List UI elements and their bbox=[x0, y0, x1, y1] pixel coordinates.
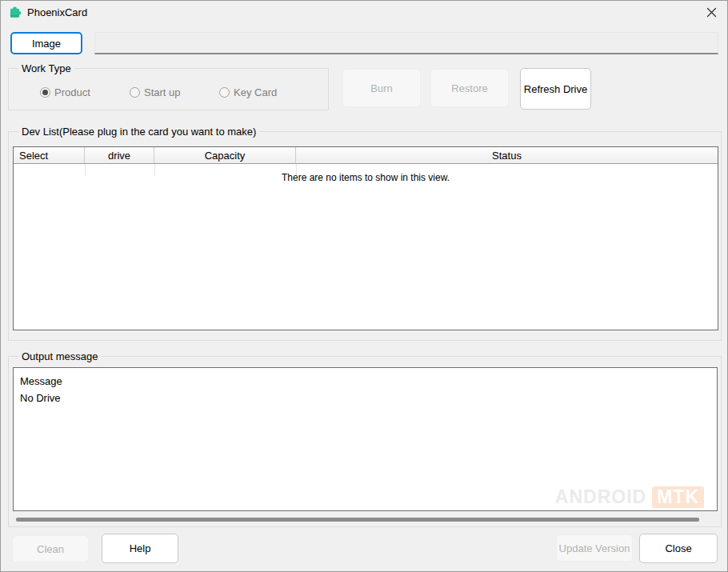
close-button[interactable]: Close bbox=[639, 534, 718, 563]
column-header-capacity[interactable]: Capacity bbox=[154, 147, 296, 163]
image-path-field[interactable] bbox=[94, 32, 718, 54]
output-message-box[interactable]: Message No Drive ANDROID MTK bbox=[13, 367, 718, 511]
radio-product-label: Product bbox=[54, 86, 90, 98]
restore-button[interactable]: Restore bbox=[430, 69, 509, 107]
column-header-select[interactable]: Select bbox=[14, 147, 85, 163]
clean-button[interactable]: Clean bbox=[12, 535, 89, 562]
watermark-android-text: ANDROID bbox=[555, 486, 646, 508]
refresh-drive-button[interactable]: Refresh Drive bbox=[520, 68, 591, 110]
work-type-group: Work Type Product Start up Key Card bbox=[8, 68, 329, 110]
titlebar: PhoenixCard bbox=[1, 1, 727, 23]
dev-list-header: Select drive Capacity Status bbox=[14, 147, 718, 164]
empty-list-message: There are no items to show in this view. bbox=[14, 172, 718, 183]
burn-button[interactable]: Burn bbox=[342, 69, 421, 107]
radio-selected-icon bbox=[40, 87, 50, 98]
androidmtk-watermark: ANDROID MTK bbox=[555, 486, 704, 508]
radio-product[interactable]: Product bbox=[40, 86, 90, 98]
radio-start-up[interactable]: Start up bbox=[130, 86, 181, 98]
radio-key-card-label: Key Card bbox=[234, 86, 277, 98]
help-button[interactable]: Help bbox=[102, 534, 178, 563]
puzzle-app-icon bbox=[7, 5, 22, 20]
work-type-group-label: Work Type bbox=[18, 62, 74, 74]
column-header-status[interactable]: Status bbox=[296, 147, 718, 163]
close-icon bbox=[706, 6, 718, 18]
radio-unselected-icon bbox=[219, 87, 230, 98]
dev-list-table: Select drive Capacity Status There are n… bbox=[13, 146, 718, 330]
dev-list-group-label: Dev List(Please plug in the card you wan… bbox=[18, 126, 259, 138]
phoenixcard-window: PhoenixCard Image Work Type Product Star… bbox=[0, 0, 728, 572]
output-line: Message bbox=[20, 373, 710, 390]
column-header-drive[interactable]: drive bbox=[85, 147, 154, 163]
image-button[interactable]: Image bbox=[10, 32, 82, 54]
watermark-mtk-badge: MTK bbox=[652, 486, 704, 508]
horizontal-scrollbar[interactable] bbox=[13, 514, 718, 525]
update-version-button[interactable]: Update Version bbox=[556, 534, 633, 562]
output-group-label: Output message bbox=[18, 350, 101, 362]
dev-list-group: Dev List(Please plug in the card you wan… bbox=[8, 131, 722, 341]
radio-unselected-icon bbox=[130, 87, 140, 98]
radio-start-up-label: Start up bbox=[144, 86, 181, 98]
scrollbar-thumb[interactable] bbox=[16, 518, 699, 522]
output-line: No Drive bbox=[20, 390, 710, 406]
output-message-group: Output message Message No Drive ANDROID … bbox=[8, 356, 722, 527]
radio-key-card[interactable]: Key Card bbox=[219, 86, 277, 98]
window-title: PhoenixCard bbox=[27, 6, 87, 18]
close-window-button[interactable] bbox=[695, 1, 727, 23]
